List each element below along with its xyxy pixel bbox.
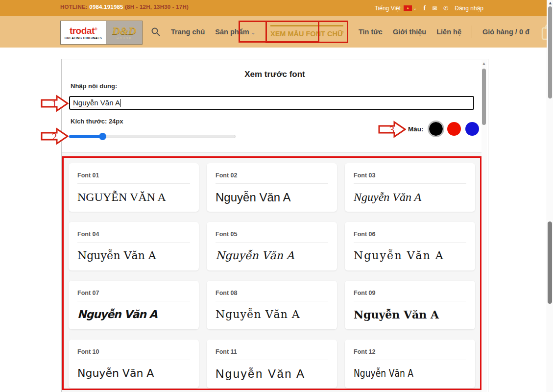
font-sample: Nguyễn Văn A [216, 367, 328, 381]
color-swatch-blue[interactable] [465, 122, 479, 136]
color-swatch-black[interactable] [429, 122, 443, 136]
font-card[interactable]: Font 05 Nguyễn Văn A [207, 222, 337, 270]
font-sample: Nguyễn Văn A [77, 367, 190, 379]
font-card[interactable]: Font 01 NGUYỄN VĂN A [69, 163, 199, 212]
size-slider[interactable] [69, 133, 236, 140]
language-label: Tiếng Việt [375, 5, 401, 12]
annotation-number-1: 1 [52, 98, 57, 110]
scroll-up-icon[interactable]: ▲ [548, 0, 553, 5]
font-card-label: Font 02 [216, 172, 328, 179]
logo-tagline: CREATING ORIGINALS [65, 36, 102, 40]
divider [77, 360, 190, 360]
email-icon[interactable]: ✉ [432, 5, 437, 12]
font-sample: Nguyễn Văn A [354, 367, 413, 379]
page-scrollbar[interactable]: ▲ [547, 0, 553, 392]
registered-mark: ® [95, 26, 97, 31]
font-card-label: Font 05 [216, 231, 328, 238]
font-sample: Nguyễn Văn A [354, 249, 466, 262]
nav-item-products[interactable]: Sản phẩm ⌄ [215, 28, 255, 36]
slider-thumb[interactable] [99, 133, 106, 140]
font-card[interactable]: Font 07 Nguyễn Văn A [69, 281, 199, 329]
hotline-text: HOTLINE: 0984.191985 (8H - 12H, 13H30 - … [60, 4, 189, 10]
font-preview-panel: Xem trước font Nhập nội dung: Nguyễn Văn… [61, 59, 488, 392]
language-selector[interactable]: Tiếng Việt ★ ⌄ [375, 5, 417, 12]
color-picker: Màu: [408, 122, 479, 136]
font-card-label: Font 01 [77, 172, 190, 179]
page-title: Xem trước font [62, 70, 488, 79]
font-sample: Nguyễn Văn A [77, 249, 190, 262]
font-card[interactable]: Font 09 Nguyễn Văn A [345, 281, 475, 329]
font-sample: Nguyễn Văn A [216, 249, 328, 262]
annotation-arrow-1: 1 [41, 95, 69, 112]
font-sample: Nguyễn Văn A [354, 308, 466, 321]
content-input[interactable]: Nguyễn Văn A [69, 96, 474, 110]
top-bar: HOTLINE: 0984.191985 (8H - 12H, 13H30 - … [0, 0, 553, 16]
font-card[interactable]: Font 10 Nguyễn Văn A [69, 340, 199, 388]
cart-total-link[interactable]: Giỏ hàng / 0 đ [482, 28, 529, 36]
font-sample: Nguyễn Văn A [216, 308, 328, 320]
divider [216, 301, 328, 301]
trodat-logo: trodat® CREATING ORIGINALS [61, 21, 106, 44]
font-card-label: Font 03 [354, 172, 466, 179]
font-card-label: Font 04 [77, 231, 190, 238]
divider [354, 242, 466, 243]
dd-logo-sub: HOUSE [117, 37, 132, 40]
divider [77, 301, 190, 301]
annotation-number-2: 2 [52, 131, 57, 143]
divider [216, 183, 328, 184]
nav-item-contact[interactable]: Liên hệ [436, 28, 461, 36]
font-card-label: Font 09 [354, 290, 466, 296]
hotline-number: 0984.191985 [89, 4, 123, 10]
divider [354, 301, 466, 301]
nav-item-news[interactable]: Tin tức [359, 28, 383, 36]
page-scrollbar-thumb[interactable] [548, 6, 552, 98]
scroll-up-icon[interactable]: ▲ [482, 61, 486, 66]
font-card[interactable]: Font 04 Nguyễn Văn A [69, 222, 199, 270]
logo[interactable]: trodat® CREATING ORIGINALS D&D HOUSE [60, 21, 143, 45]
font-card-label: Font 12 [354, 348, 466, 355]
logo-text: trodat [70, 25, 95, 36]
font-card-label: Font 10 [77, 348, 190, 355]
facebook-icon[interactable]: f [423, 4, 426, 12]
nav-menu: Trang chủ Sản phẩm ⌄ XEM MẪU FONT CHỮ Ti… [151, 16, 553, 48]
font-sample: Nguyễn Văn A [354, 191, 466, 204]
font-sample: NGUYỄN VĂN A [77, 191, 190, 204]
chevron-down-icon: ⌄ [413, 5, 417, 11]
panel-scrollbar[interactable]: ▲ [481, 60, 487, 392]
size-label: Kích thước: 24px [71, 118, 123, 125]
font-card-label: Font 11 [216, 348, 328, 355]
nav-item-home[interactable]: Trang chủ [171, 28, 205, 36]
annotation-arrow-3: 3 [378, 121, 406, 138]
font-card[interactable]: Font 06 Nguyễn Văn A [345, 222, 475, 270]
hotline-label: HOTLINE: [60, 4, 88, 10]
font-card[interactable]: Font 03 Nguyễn Văn A [345, 163, 475, 212]
font-card-label: Font 06 [354, 231, 466, 238]
font-card-label: Font 08 [216, 290, 328, 296]
input-label: Nhập nội dung: [71, 82, 117, 90]
login-link[interactable]: Đăng nhập [455, 5, 483, 12]
dd-logo-text: D&D [112, 25, 136, 36]
font-card[interactable]: Font 11 Nguyễn Văn A [207, 340, 337, 388]
chevron-down-icon: ⌄ [251, 30, 255, 35]
divider [77, 183, 190, 184]
nav-divider [472, 25, 472, 38]
divider [216, 360, 328, 360]
page-scrollbar-thumb-lower[interactable] [548, 221, 552, 304]
divider [216, 242, 328, 243]
font-sample: Nguyễn Văn A [77, 308, 190, 320]
annotation-number-3: 3 [389, 124, 395, 136]
input-text: Nguyễn Văn A [73, 98, 120, 107]
color-swatch-red[interactable] [447, 122, 461, 136]
font-card[interactable]: Font 08 Nguyễn Văn A [207, 281, 337, 329]
font-card[interactable]: Font 02 Nguyễn Văn A [207, 163, 337, 212]
search-icon[interactable] [151, 27, 161, 37]
phone-icon[interactable]: ✆ [443, 5, 448, 12]
nav-item-font-preview-active[interactable]: XEM MẪU FONT CHỮ [265, 21, 348, 43]
vietnam-flag-icon: ★ [404, 5, 412, 11]
font-card[interactable]: Font 12 Nguyễn Văn A [345, 340, 475, 388]
panel-scrollbar-thumb[interactable] [482, 69, 486, 125]
divider [77, 242, 190, 243]
nav-bar: trodat® CREATING ORIGINALS D&D HOUSE Tra… [0, 16, 553, 48]
nav-item-about[interactable]: Giới thiệu [393, 28, 426, 36]
text-caret [120, 99, 121, 107]
